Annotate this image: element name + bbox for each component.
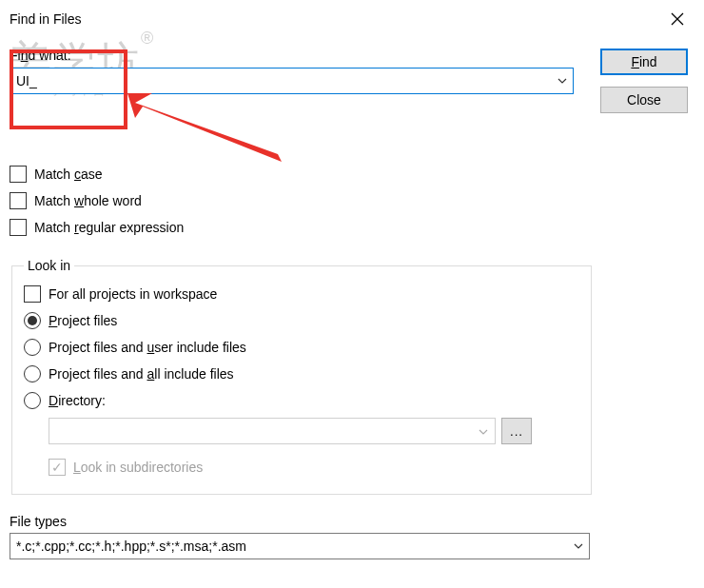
project-files-radio[interactable] xyxy=(24,312,41,329)
look-in-legend: Look in xyxy=(24,258,74,273)
directory-row[interactable]: Directory: xyxy=(24,387,579,414)
match-case-label: Match case xyxy=(34,167,103,182)
project-files-label: Project files xyxy=(49,313,117,328)
find-in-files-dialog: 姜学坊® IoT 学习平台 Find in Files Find what: F… xyxy=(0,0,704,588)
subdirectories-checkbox xyxy=(49,459,66,476)
directory-input xyxy=(49,418,496,444)
project-files-row[interactable]: Project files xyxy=(24,307,579,334)
all-include-label: Project files and all include files xyxy=(49,366,234,382)
subdirectories-label: Look in subdirectories xyxy=(73,460,203,475)
user-include-label: Project files and user include files xyxy=(49,340,246,355)
match-regex-checkbox[interactable] xyxy=(10,219,27,236)
find-button[interactable]: Find xyxy=(600,49,688,75)
find-what-label: Find what: xyxy=(10,48,694,63)
dialog-content: Find what: Find Close Match case xyxy=(10,48,694,559)
match-whole-row[interactable]: Match whole word xyxy=(10,187,694,214)
file-types-dropdown[interactable] xyxy=(568,534,589,559)
find-what-input[interactable] xyxy=(10,68,574,94)
title-bar: Find in Files xyxy=(0,0,704,38)
user-include-row[interactable]: Project files and user include files xyxy=(24,334,579,361)
look-in-group: Look in For all projects in workspace Pr… xyxy=(11,258,592,495)
all-include-row[interactable]: Project files and all include files xyxy=(24,361,579,387)
match-case-row[interactable]: Match case xyxy=(10,161,694,187)
file-types-input[interactable] xyxy=(10,533,590,559)
user-include-radio[interactable] xyxy=(24,339,41,356)
match-regex-label: Match regular expression xyxy=(34,220,184,235)
all-projects-label: For all projects in workspace xyxy=(49,286,217,302)
directory-radio[interactable] xyxy=(24,392,41,409)
subdirectories-row: Look in subdirectories xyxy=(49,454,579,480)
all-include-radio[interactable] xyxy=(24,365,41,382)
match-options: Match case Match whole word Match regula… xyxy=(10,161,694,241)
match-whole-checkbox[interactable] xyxy=(10,192,27,209)
match-whole-label: Match whole word xyxy=(34,193,142,208)
file-types-label: File types xyxy=(10,514,694,529)
directory-label: Directory: xyxy=(49,393,106,408)
find-what-combo xyxy=(10,68,574,94)
dialog-title: Find in Files xyxy=(10,11,658,27)
all-projects-checkbox[interactable] xyxy=(24,285,41,303)
browse-button[interactable]: ... xyxy=(501,418,532,444)
close-button[interactable]: Close xyxy=(600,87,688,113)
match-case-checkbox[interactable] xyxy=(10,166,27,183)
directory-dropdown xyxy=(473,420,494,444)
all-projects-row[interactable]: For all projects in workspace xyxy=(24,281,579,307)
match-regex-row[interactable]: Match regular expression xyxy=(10,214,694,241)
find-what-dropdown[interactable] xyxy=(552,69,573,93)
file-types-combo xyxy=(10,533,590,559)
close-icon[interactable] xyxy=(658,4,696,34)
